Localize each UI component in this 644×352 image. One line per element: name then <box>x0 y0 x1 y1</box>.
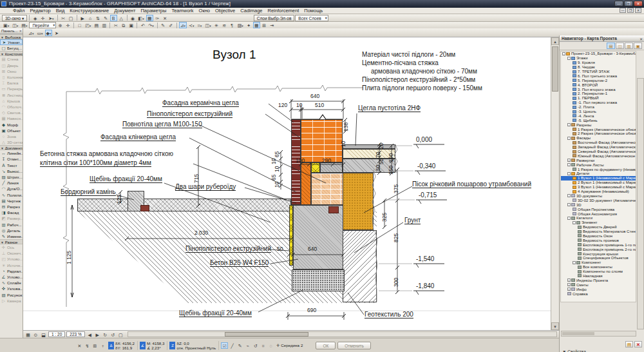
toolbox-item[interactable]: ∠Углово... <box>0 274 23 280</box>
home-story-icon[interactable]: ⌂ <box>87 15 94 21</box>
redo-icon[interactable]: ↷▾ <box>147 22 155 28</box>
guide-lines-icon[interactable]: ⊿▾ <box>179 22 187 28</box>
menu-item[interactable]: Конструирование <box>67 8 111 14</box>
tracker-icon[interactable]: ↯ <box>84 342 91 349</box>
toolbox-item[interactable]: ↘Вынос... <box>0 168 23 174</box>
camera-icon[interactable]: ◉ <box>129 15 137 21</box>
navigator-item[interactable]: 4 Армування (Независимый) <box>561 190 636 194</box>
tree-expander-icon[interactable]: - <box>562 52 565 55</box>
toolbox-item[interactable]: ⌂Крыша <box>0 98 23 104</box>
navigator-item[interactable]: Южный Фасад (Автоматическое обновление и… <box>561 153 636 158</box>
menu-item[interactable]: Окно <box>196 8 213 14</box>
tree-vertical-scrollbar[interactable] <box>637 78 644 329</box>
tracker-close-icon[interactable]: ✕ <box>76 342 83 349</box>
tree-expander-icon[interactable]: + <box>567 279 571 282</box>
navigator-item[interactable]: Експлікація приміщень 2-го поверху <box>561 247 636 251</box>
maximize-button[interactable]: ❐ <box>624 1 633 6</box>
navigator-item[interactable]: +Развертки <box>561 158 636 162</box>
navigator-item[interactable]: 7. ТРЕТИЙ ЭТАЖ <box>561 70 636 74</box>
rotate-view-icon[interactable]: ↻ <box>102 331 109 338</box>
toolbox-item[interactable]: ◫Дверь <box>0 63 23 68</box>
tree-expander-icon[interactable]: - <box>567 163 571 166</box>
tree-expander-icon[interactable]: - <box>567 217 571 220</box>
save-icon[interactable]: ▤ <box>93 22 100 28</box>
navigator-item[interactable]: -Фасады <box>561 136 636 141</box>
delete-icon[interactable]: ✕ <box>634 341 642 347</box>
toolbox-item[interactable]: ✜Узлова... <box>0 286 23 291</box>
tree-expander-icon[interactable]: - <box>567 137 571 140</box>
tree-expander-icon[interactable]: + <box>567 159 571 162</box>
navigator-item[interactable]: Компоненты по слоям <box>561 269 636 274</box>
toolbox-item[interactable]: ▭Перекры... <box>0 86 23 92</box>
stories-icon[interactable]: ⇅ <box>95 15 102 21</box>
menu-item[interactable]: Вид <box>53 8 68 14</box>
toolbox-header[interactable]: Панель... ✕ <box>0 28 23 34</box>
arrow-tool-icon[interactable]: ➤ <box>53 30 60 36</box>
toolbox-item[interactable]: ⊥Оконеч... <box>0 250 23 256</box>
toolbox-item[interactable]: ▷Камера <box>0 298 23 304</box>
tree-expander-icon[interactable]: + <box>567 288 571 291</box>
edit-icon[interactable]: ✎ <box>102 15 109 21</box>
navigator-item[interactable]: 1. ПЕРВЫЙ <box>561 96 636 101</box>
inject-parameters-icon[interactable]: ✐ <box>167 22 175 28</box>
navigator-item[interactable]: +Сметы <box>561 282 636 287</box>
navigator-header[interactable]: Навигатор - Карта Проекта ✕ <box>560 35 644 42</box>
navigator-item[interactable]: 1 Разрез по фундаменту (Независимый) <box>561 167 636 171</box>
navigator-item[interactable]: Общая Перспектива <box>561 207 636 211</box>
open-file-icon[interactable]: ◰▾ <box>84 22 92 28</box>
snap-guides-icon[interactable]: ≺▾ <box>187 22 195 28</box>
toolbox-item[interactable]: △3D-сетка <box>0 139 23 145</box>
toolbox-item[interactable]: ▤Чертеж <box>0 198 23 204</box>
toolbox-item[interactable]: ◔Радиал... <box>0 268 23 274</box>
toolbox-item[interactable]: ◰Углово... <box>0 256 23 262</box>
toolbox-item[interactable]: ◩Развер... <box>0 215 23 221</box>
navigator-item[interactable]: -Детали <box>561 171 636 176</box>
properties-header[interactable]: ▼ Свойства <box>560 349 644 352</box>
vertical-scroll-thumb[interactable] <box>552 46 558 92</box>
toolbox-item[interactable]: ▤Стена <box>0 56 23 62</box>
navigator-item[interactable]: -Элемент <box>561 220 636 225</box>
layout-book-tab[interactable]: ▥ <box>625 43 633 49</box>
magic-wand-icon[interactable]: ≋ <box>221 22 228 28</box>
orbit-icon[interactable]: ◈ <box>32 15 39 21</box>
scroll-up-icon[interactable]: ▲ <box>551 37 559 45</box>
navigator-item[interactable]: -Этажи <box>561 56 636 61</box>
cursor-snap-icon[interactable]: ◫▾ <box>204 22 213 28</box>
profile-combo-icon[interactable]: ▣▾ <box>2 22 10 28</box>
horizontal-scrollbar[interactable] <box>128 331 557 337</box>
workspace-combo-icon[interactable]: ▤▾ <box>20 22 28 28</box>
navigator-item[interactable]: Справка <box>561 291 636 296</box>
menu-item[interactable]: Редактор <box>27 8 53 14</box>
drawing-canvas[interactable]: Матеріал чистої підлоги - 20ммЦементно-п… <box>23 37 551 330</box>
navigator-item[interactable]: -3D-документы <box>561 194 636 199</box>
navigator-item[interactable]: -3D <box>561 202 636 207</box>
menu-item[interactable]: Objective <box>213 8 238 14</box>
copy-icon[interactable]: ⧉ <box>120 22 127 28</box>
toolbox-section-header[interactable]: ▼ Выборка <box>0 34 23 39</box>
toolbox-item[interactable]: ∿Полили... <box>0 192 23 198</box>
navigator-item[interactable]: +Индексы Проекта <box>561 278 636 282</box>
navigator-item[interactable]: -5. Щебень <box>561 118 636 122</box>
favorites-combo-icon[interactable]: ◫▾ <box>11 22 19 28</box>
toolbox-item[interactable]: ▧Рисунок <box>0 292 23 298</box>
navigator-item[interactable]: Спецификация Объектов <box>561 256 636 260</box>
pan-icon[interactable]: ✛ <box>39 15 46 21</box>
close-icon[interactable]: ✕ <box>639 36 643 43</box>
navigator-item[interactable]: -4. Лента <box>561 113 636 118</box>
tree-horizontal-scrollbar[interactable] <box>561 331 636 337</box>
view-map-tab[interactable]: ◫ <box>616 43 624 49</box>
menu-item[interactable]: Документ <box>111 8 138 14</box>
close-button[interactable]: ✕ <box>634 1 643 6</box>
navigator-item[interactable]: -Рабочие Листы <box>561 162 636 167</box>
zoom-tool-icon[interactable]: ⊙ <box>32 331 39 338</box>
navigator-item[interactable]: Общая Аксонометрия <box>561 211 636 216</box>
ok-button[interactable]: ОК <box>316 342 336 349</box>
navigator-item[interactable]: Все компоненты <box>561 265 636 269</box>
navigator-item[interactable]: 3. Пол второго этажа <box>561 87 636 92</box>
reset-orient-icon[interactable]: ↺ <box>109 331 117 338</box>
scale-box[interactable]: 1 : 20 <box>48 331 65 337</box>
layers-combo[interactable]: Всех Слоев <box>295 15 328 21</box>
active-tool-icon[interactable]: ◆▾ <box>45 30 53 36</box>
toolbox-item[interactable]: ◆Морф <box>0 121 23 127</box>
toolbox-item[interactable]: ▦Навесн... <box>0 115 23 121</box>
